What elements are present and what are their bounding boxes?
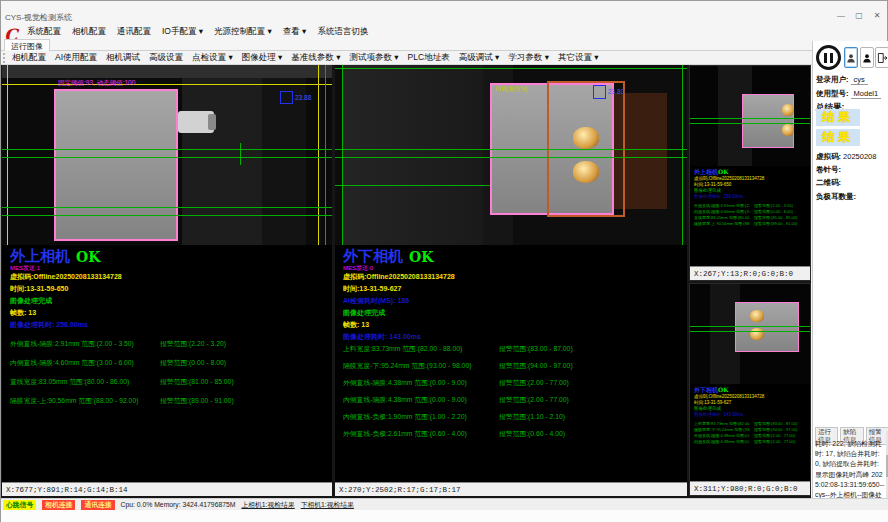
thumbnail-image-lower [690,284,810,384]
main-area: 固定阈值:93, 动态阈值:100 23.88 外上相机 OK MES发送:1 … [1,65,811,498]
baseline-horizontal [690,118,811,119]
tabstrip: 运行图像 [1,39,887,51]
mini-elapsed: 图像处理耗时: 143.00ms [694,412,774,417]
pin-number-label: 卷针号: [816,165,841,175]
sidebar: 登录用户: cys 使用型号: Model1 总结果: 结果 结果 虚拟码: 2… [812,41,888,510]
measurement-alarm: 报警范围:(83.00 - 87.00) [499,344,573,354]
mini-camera-title: 外上相机 [694,168,718,175]
tool-other-settings[interactable]: 其它设置 ▾ [558,52,599,64]
tool-camera-config[interactable]: 相机配置 [12,52,46,64]
model-label: 使用型号: [816,89,849,98]
exit-door-icon [877,52,888,64]
cell-region-outline [54,89,178,241]
overlay-barcode: 虚拟码:Offline20250208133134728 [10,272,122,282]
thumbnail-view-lower[interactable]: 外下相机OK 虚拟码:Offline20250208133134728 时间:1… [689,283,811,496]
overlay-time: 时间:13-31-59-627 [343,284,401,294]
camera-view-upper[interactable]: 固定阈值:93, 动态阈值:100 23.88 外上相机 OK MES发送:1 … [2,65,332,496]
window-title: CYS-视觉检测系统 [5,12,72,23]
baseline-horizontal [335,185,490,186]
model-value: Model1 [851,89,882,99]
measurement-value: 内侧直线-负极:1.90mm 范围:(1.00 - 2.20) [343,412,467,422]
pause-icon [824,53,827,63]
logout-button[interactable] [875,47,888,68]
tool-advanced-settings[interactable]: 高级设置 [149,52,183,64]
menu-item-camera-config[interactable]: 相机配置 [72,26,106,38]
tab-foil-highlight [750,310,764,322]
baseline-horizontal [2,149,332,150]
tool-spot-check[interactable]: 点检设置 ▾ [192,52,233,64]
mini-done: 图像处理完成 [694,406,754,411]
pause-icon [830,53,833,63]
overlay-done: 图像处理完成 [343,308,385,318]
lower-camera-result-link[interactable]: 下相机1:视检结果 [301,500,354,510]
qr-code-label: 二维码: [816,178,841,188]
menu-item-system-config[interactable]: 系统配置 [27,26,61,38]
tool-plc-table[interactable]: PLC地址表 [408,52,450,64]
user-switch-button[interactable] [860,47,874,68]
tool-baseline-params[interactable]: 基准线参数 ▾ [291,52,340,64]
tool-camera-debug[interactable]: 相机调试 [106,52,140,64]
menu-item-io-config[interactable]: IO手配置 ▾ [162,26,203,38]
overlay-result-ok: OK [76,249,100,265]
tab-run-image[interactable]: 运行图像 [4,39,50,51]
measure-box [593,85,606,99]
mini-measurement: 外侧直线-隔膜:2.91mm 范围:(2.00 - 3.50) [694,203,750,208]
camera-image-upper: 固定阈值:93, 动态阈值:100 23.88 [2,65,332,245]
baseline-horizontal [335,68,687,69]
user-icon [846,52,856,64]
connector-tip [208,114,216,130]
tool-image-process[interactable]: 图像处理 ▾ [242,52,283,64]
measurement-value: 外侧直线-隔膜:2.91mm 范围:(2.00 - 3.50) [10,339,134,349]
overlay-done: 图像处理完成 [10,296,52,306]
measurement-alarm: 报警范围:(94.00 - 97.00) [499,361,573,371]
window-footer [1,510,888,522]
tool-advanced-debug[interactable]: 高级调试 ▾ [459,52,500,64]
measurement-alarm: 报警范围:(0.00 - 8.00) [160,358,226,368]
measurement-value: 上料宽度:83.73mm 范围:(82.00 - 88.00) [343,344,462,354]
result-box-lower: 结果 [816,129,860,146]
thumbnail-view-upper[interactable]: 外上相机OK 虚拟码:Offline20250208133134728 时间:1… [689,65,811,281]
mini-barcode: 虚拟码:Offline20250208133134728 [694,176,810,181]
overlay-elapsed: 图像处理耗时: 256.00ms [10,320,88,330]
camera-connect-badge: 相机连接 [42,500,75,510]
menu-item-language[interactable]: 系统语言切换 [317,26,368,38]
tab-foil-highlight [782,104,794,116]
minimize-button[interactable]: — [835,11,847,20]
upper-camera-result-link[interactable]: 上相机1:视检结果 [241,500,294,510]
tool-ai-use-config[interactable]: AI使用配置 [55,52,97,64]
baseline-horizontal [2,157,332,158]
tool-learn-params[interactable]: 学习参数 ▾ [508,52,549,64]
mini-measurement: 外侧直线-隔膜:4.38mm 范围:(0.00 - 9.00) [694,433,750,438]
menu-item-light-config[interactable]: 光源控制配置 ▾ [214,26,272,38]
overlay-barcode: 虚拟码:Offline20250208133134728 [343,272,455,282]
tab-foil-highlight [782,124,794,136]
pause-button[interactable] [816,45,841,70]
menu-item-comm-config[interactable]: 通讯配置 [117,26,151,38]
mini-result-ok: OK [718,386,728,393]
pixel-status-lower: X:270;Y:2502;R:17;G:17;B:17 [335,482,687,496]
measurement-value: 外侧直线-隔膜:4.38mm 范围:(0.00 - 9.00) [343,378,467,388]
maximize-button[interactable]: ▢ [853,11,865,20]
statusbar: 心跳信号 相机连接 通讯连接 Cpu: 0.0% Memory: 3424.41… [1,498,888,510]
overlay-result-ok: OK [409,249,433,265]
tool-test-params[interactable]: 测试项参数 ▾ [349,52,398,64]
close-button[interactable]: ✕ [871,11,883,20]
cpu-memory-text: Cpu: 0.0% Memory: 3424.41796875M [121,501,236,508]
mini-measurement: 报警范围:(2.20 - 3.20) [754,203,808,208]
mini-measurement: 报警范围:(0.00 - 8.00) [754,209,808,214]
measurement-value: 隔膜宽度-下:95.24mm 范围:(93.00 - 98.00) [343,361,471,371]
camera-view-lower[interactable]: AI检测区域 23.80 外下相机 OK MES发送:0 虚拟码:Offline… [335,65,687,496]
mini-measurement: 隔膜宽度-上:90.56mm 范围:(88.00 - 92.00) [694,221,750,226]
menu-item-view[interactable]: 查看 ▾ [283,26,307,38]
toolbar-grip[interactable] [3,53,8,63]
mini-done: 图像处理完成 [694,188,754,193]
cell-region-outline [742,94,794,148]
mini-measurement: 直线宽度:83.05mm 范围:(80.00 - 86.00) [694,215,750,220]
mini-time: 时间:13-31-59-627 [694,400,810,405]
cell-region-outline [735,302,799,352]
measurement-value: 内侧直线-隔膜:4.38mm 范围:(0.00 - 9.00) [343,395,467,405]
user-login-button[interactable] [844,47,858,68]
guide-line-horizontal [2,84,332,85]
baseline-horizontal [2,207,332,208]
user-dark-icon [862,52,872,64]
